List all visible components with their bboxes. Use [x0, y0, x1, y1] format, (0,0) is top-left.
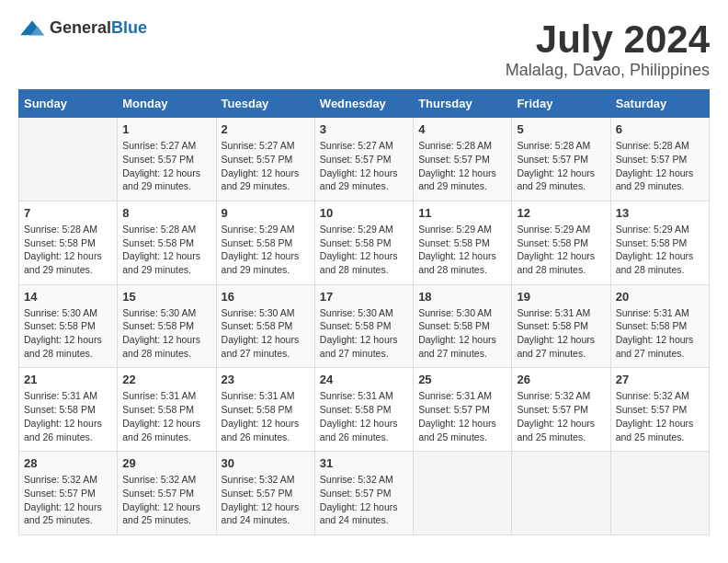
- weekday-header-friday: Friday: [512, 90, 610, 118]
- day-number: 6: [616, 122, 704, 136]
- calendar-week-2: 7Sunrise: 5:28 AM Sunset: 5:58 PM Daylig…: [19, 201, 710, 284]
- day-info: Sunrise: 5:32 AM Sunset: 5:57 PM Dayligh…: [122, 473, 210, 527]
- day-info: Sunrise: 5:30 AM Sunset: 5:58 PM Dayligh…: [418, 306, 506, 361]
- month-title: July 2024: [506, 18, 710, 61]
- calendar-table: SundayMondayTuesdayWednesdayThursdayFrid…: [18, 89, 710, 535]
- day-number: 26: [517, 373, 605, 386]
- calendar-cell: 9Sunrise: 5:29 AM Sunset: 5:58 PM Daylig…: [216, 201, 314, 284]
- day-info: Sunrise: 5:32 AM Sunset: 5:57 PM Dayligh…: [24, 473, 112, 527]
- calendar-cell: 21Sunrise: 5:31 AM Sunset: 5:58 PM Dayli…: [19, 368, 118, 452]
- day-number: 22: [122, 373, 210, 386]
- day-number: 24: [320, 373, 408, 386]
- calendar-week-1: 1Sunrise: 5:27 AM Sunset: 5:57 PM Daylig…: [19, 118, 710, 201]
- day-number: 1: [122, 122, 210, 136]
- day-info: Sunrise: 5:32 AM Sunset: 5:57 PM Dayligh…: [222, 473, 310, 527]
- day-number: 19: [517, 290, 605, 304]
- day-number: 21: [24, 373, 112, 386]
- calendar-cell: 3Sunrise: 5:27 AM Sunset: 5:57 PM Daylig…: [314, 118, 413, 201]
- day-number: 15: [122, 290, 210, 304]
- header: GeneralBlue July 2024 Malalag, Davao, Ph…: [18, 18, 710, 80]
- day-info: Sunrise: 5:28 AM Sunset: 5:57 PM Dayligh…: [616, 139, 704, 193]
- day-number: 2: [222, 122, 310, 136]
- day-number: 14: [24, 290, 112, 304]
- calendar-cell: 31Sunrise: 5:32 AM Sunset: 5:57 PM Dayli…: [314, 452, 413, 535]
- calendar-week-4: 21Sunrise: 5:31 AM Sunset: 5:58 PM Dayli…: [19, 368, 710, 452]
- title-area: July 2024 Malalag, Davao, Philippines: [506, 18, 710, 80]
- day-info: Sunrise: 5:27 AM Sunset: 5:57 PM Dayligh…: [222, 139, 310, 193]
- weekday-header-wednesday: Wednesday: [314, 90, 413, 118]
- calendar-cell: 26Sunrise: 5:32 AM Sunset: 5:57 PM Dayli…: [512, 368, 610, 452]
- day-info: Sunrise: 5:31 AM Sunset: 5:58 PM Dayligh…: [616, 306, 704, 361]
- calendar-cell: 14Sunrise: 5:30 AM Sunset: 5:58 PM Dayli…: [19, 284, 118, 368]
- day-number: 12: [517, 206, 605, 220]
- calendar-cell: 30Sunrise: 5:32 AM Sunset: 5:57 PM Dayli…: [216, 452, 314, 535]
- logo-general: General: [50, 18, 111, 37]
- day-info: Sunrise: 5:31 AM Sunset: 5:58 PM Dayligh…: [24, 389, 112, 443]
- day-number: 16: [222, 290, 310, 304]
- day-number: 18: [418, 290, 506, 304]
- day-info: Sunrise: 5:29 AM Sunset: 5:58 PM Dayligh…: [517, 223, 605, 277]
- day-info: Sunrise: 5:28 AM Sunset: 5:57 PM Dayligh…: [418, 139, 506, 193]
- calendar-cell: 12Sunrise: 5:29 AM Sunset: 5:58 PM Dayli…: [512, 201, 610, 284]
- calendar-cell: 25Sunrise: 5:31 AM Sunset: 5:57 PM Dayli…: [414, 368, 512, 452]
- day-number: 25: [418, 373, 506, 386]
- calendar-cell: 7Sunrise: 5:28 AM Sunset: 5:58 PM Daylig…: [19, 201, 118, 284]
- calendar-cell: 22Sunrise: 5:31 AM Sunset: 5:58 PM Dayli…: [118, 368, 216, 452]
- day-number: 8: [122, 206, 210, 220]
- calendar-cell: 17Sunrise: 5:30 AM Sunset: 5:58 PM Dayli…: [314, 284, 413, 368]
- day-info: Sunrise: 5:28 AM Sunset: 5:57 PM Dayligh…: [517, 139, 605, 193]
- day-info: Sunrise: 5:28 AM Sunset: 5:58 PM Dayligh…: [122, 223, 210, 277]
- calendar-cell: 19Sunrise: 5:31 AM Sunset: 5:58 PM Dayli…: [512, 284, 610, 368]
- day-info: Sunrise: 5:29 AM Sunset: 5:58 PM Dayligh…: [320, 223, 408, 277]
- day-number: 29: [122, 456, 210, 470]
- weekday-header-monday: Monday: [118, 90, 216, 118]
- logo-icon: [18, 19, 46, 38]
- calendar-cell: 16Sunrise: 5:30 AM Sunset: 5:58 PM Dayli…: [216, 284, 314, 368]
- day-number: 9: [222, 206, 310, 220]
- calendar-cell: 1Sunrise: 5:27 AM Sunset: 5:57 PM Daylig…: [118, 118, 216, 201]
- day-number: 3: [320, 122, 408, 136]
- calendar-cell: 29Sunrise: 5:32 AM Sunset: 5:57 PM Dayli…: [118, 452, 216, 535]
- day-info: Sunrise: 5:31 AM Sunset: 5:58 PM Dayligh…: [222, 389, 310, 443]
- day-number: 27: [616, 373, 704, 386]
- location-title: Malalag, Davao, Philippines: [506, 61, 710, 80]
- day-info: Sunrise: 5:32 AM Sunset: 5:57 PM Dayligh…: [320, 473, 408, 527]
- calendar-cell: 18Sunrise: 5:30 AM Sunset: 5:58 PM Dayli…: [414, 284, 512, 368]
- day-info: Sunrise: 5:30 AM Sunset: 5:58 PM Dayligh…: [222, 306, 310, 361]
- calendar-cell: 15Sunrise: 5:30 AM Sunset: 5:58 PM Dayli…: [118, 284, 216, 368]
- calendar-cell: 24Sunrise: 5:31 AM Sunset: 5:58 PM Dayli…: [314, 368, 413, 452]
- calendar-cell: 5Sunrise: 5:28 AM Sunset: 5:57 PM Daylig…: [512, 118, 610, 201]
- day-number: 20: [616, 290, 704, 304]
- day-number: 31: [320, 456, 408, 470]
- day-info: Sunrise: 5:31 AM Sunset: 5:58 PM Dayligh…: [517, 306, 605, 361]
- logo-blue: Blue: [111, 18, 147, 37]
- day-info: Sunrise: 5:30 AM Sunset: 5:58 PM Dayligh…: [24, 306, 112, 361]
- calendar-cell: 28Sunrise: 5:32 AM Sunset: 5:57 PM Dayli…: [19, 452, 118, 535]
- day-info: Sunrise: 5:29 AM Sunset: 5:58 PM Dayligh…: [616, 223, 704, 277]
- day-number: 4: [418, 122, 506, 136]
- calendar-cell: [610, 452, 709, 535]
- day-info: Sunrise: 5:31 AM Sunset: 5:58 PM Dayligh…: [122, 389, 210, 443]
- day-number: 30: [222, 456, 310, 470]
- day-number: 10: [320, 206, 408, 220]
- calendar-cell: 4Sunrise: 5:28 AM Sunset: 5:57 PM Daylig…: [414, 118, 512, 201]
- day-number: 13: [616, 206, 704, 220]
- calendar-cell: 23Sunrise: 5:31 AM Sunset: 5:58 PM Dayli…: [216, 368, 314, 452]
- calendar-cell: 20Sunrise: 5:31 AM Sunset: 5:58 PM Dayli…: [610, 284, 709, 368]
- calendar-cell: 27Sunrise: 5:32 AM Sunset: 5:57 PM Dayli…: [610, 368, 709, 452]
- day-number: 17: [320, 290, 408, 304]
- day-info: Sunrise: 5:27 AM Sunset: 5:57 PM Dayligh…: [320, 139, 408, 193]
- weekday-header-tuesday: Tuesday: [216, 90, 314, 118]
- day-number: 28: [24, 456, 112, 470]
- day-info: Sunrise: 5:31 AM Sunset: 5:58 PM Dayligh…: [320, 389, 408, 443]
- day-number: 5: [517, 122, 605, 136]
- day-number: 7: [24, 206, 112, 220]
- day-number: 11: [418, 206, 506, 220]
- header-row: SundayMondayTuesdayWednesdayThursdayFrid…: [19, 90, 710, 118]
- day-info: Sunrise: 5:30 AM Sunset: 5:58 PM Dayligh…: [320, 306, 408, 361]
- calendar-cell: 11Sunrise: 5:29 AM Sunset: 5:58 PM Dayli…: [414, 201, 512, 284]
- calendar-cell: 13Sunrise: 5:29 AM Sunset: 5:58 PM Dayli…: [610, 201, 709, 284]
- calendar-cell: 2Sunrise: 5:27 AM Sunset: 5:57 PM Daylig…: [216, 118, 314, 201]
- calendar-cell: [414, 452, 512, 535]
- calendar-cell: [19, 118, 118, 201]
